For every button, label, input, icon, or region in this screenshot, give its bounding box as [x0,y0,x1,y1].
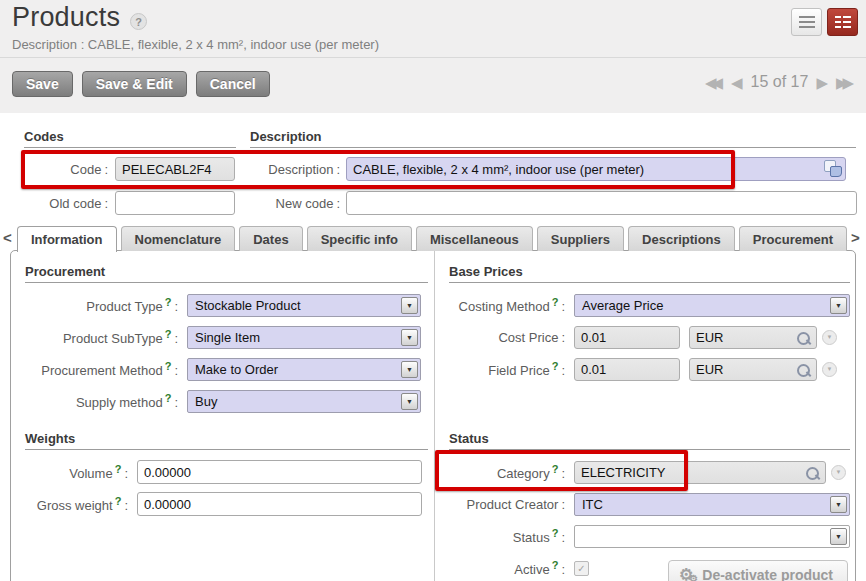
deactivate-product-button[interactable]: De-activate product [668,560,848,581]
status-select[interactable] [574,525,850,548]
cost-price-currency-field[interactable]: EUR [689,326,817,349]
description-field[interactable]: CABLE, flexible, 2 x 4 mm², indoor use (… [346,157,846,181]
active-row: Active?: De-activate product [435,552,856,581]
chevron-down-icon[interactable] [830,528,847,545]
left-column: Procurement Product Type?: Stockable Pro… [10,250,434,581]
record-subtitle: Description : CABLE, flexible, 2 x 4 mm²… [12,37,379,52]
costing-method-row: Costing Method?: Average Price [435,289,856,321]
tab-information[interactable]: Information [17,226,117,252]
code-label: Code: [24,162,108,177]
procurement-method-label: Procurement Method?: [10,360,178,378]
tab-bar: Information Nomenclature Dates Specific … [17,226,847,252]
category-label: Category?: [435,463,565,481]
old-code-label: Old code: [14,196,108,211]
volume-field[interactable]: 0.00000 [137,460,422,484]
chevron-down-icon[interactable] [401,297,418,314]
first-record-icon[interactable] [705,75,723,90]
list-view-button[interactable] [791,8,822,36]
translate-icon[interactable] [824,160,842,177]
save-edit-button[interactable]: Save & Edit [82,71,187,97]
product-subtype-label: Product SubType?: [10,328,178,346]
chevron-down-icon[interactable] [830,496,847,513]
weights-section-header: Weights [25,431,428,450]
action-buttons: Save Save & Edit Cancel [12,71,270,97]
tab-scroll-left-icon[interactable]: < [3,229,12,246]
procurement-section-header: Procurement [25,264,428,283]
tab-nomenclature[interactable]: Nomenclature [121,226,236,251]
description-label: Description: [240,162,340,177]
field-price-currency-field[interactable]: EUR [689,358,817,381]
tab-descriptions[interactable]: Descriptions [628,226,735,251]
pager-count: 15 of 17 [751,73,809,91]
chevron-down-icon[interactable] [830,297,847,314]
right-column: Base Prices Costing Method?: Average Pri… [434,250,856,581]
supply-method-row: Supply method?: Buy [10,385,434,417]
description-section-header: Description [250,129,856,148]
supply-method-select[interactable]: Buy [187,390,421,413]
tab-specific-info[interactable]: Specific info [307,226,412,251]
cancel-button[interactable]: Cancel [196,71,270,97]
product-creator-label: Product Creator: [435,497,565,512]
search-icon[interactable] [806,467,819,480]
field-price-label: Field Price?: [435,360,565,378]
code-field[interactable]: PELECABL2F4 [115,157,235,181]
product-type-select[interactable]: Stockable Product [187,294,421,317]
field-price-field[interactable]: 0.01 [574,358,680,381]
gross-weight-label: Gross weight?: [10,495,128,513]
tab-suppliers[interactable]: Suppliers [537,226,624,251]
record-pager: 15 of 17 [705,73,854,91]
field-price-row: Field Price?: 0.01 EUR [435,353,856,385]
product-type-row: Product Type?: Stockable Product [10,289,434,321]
base-prices-section-header: Base Prices [449,264,850,283]
chevron-down-icon[interactable] [401,361,418,378]
next-record-icon[interactable] [816,75,828,90]
last-record-icon[interactable] [836,75,854,90]
title-help-icon[interactable]: ? [130,13,147,30]
tab-miscellaneous[interactable]: Miscellaneous [416,226,533,251]
product-creator-row: Product Creator: ITC [435,488,856,520]
category-row: Category?: ELECTRICITY [435,456,856,488]
form-view-icon [835,16,851,29]
header-divider [0,57,866,58]
currency-dropdown-icon[interactable] [822,362,837,377]
procurement-method-select[interactable]: Make to Order [187,358,421,381]
status-row: Status?: [435,520,856,552]
tab-dates[interactable]: Dates [239,226,302,251]
volume-row: Volume?: 0.00000 [10,456,434,488]
old-code-field[interactable] [115,191,235,215]
list-view-icon [799,16,815,29]
gross-weight-field[interactable]: 0.00000 [137,492,422,516]
search-icon[interactable] [797,332,810,345]
tab-scroll-right-icon[interactable]: > [851,229,860,246]
currency-dropdown-icon[interactable] [822,330,837,345]
category-field[interactable]: ELECTRICITY [574,461,826,484]
save-button[interactable]: Save [12,71,73,97]
costing-method-select[interactable]: Average Price [574,294,850,317]
cost-price-row: Cost Price: 0.01 EUR [435,321,856,353]
cost-price-field[interactable]: 0.01 [574,326,680,349]
active-checkbox[interactable] [574,561,589,576]
chevron-down-icon[interactable] [401,329,418,346]
codes-section-header: Codes [24,129,236,148]
product-subtype-select[interactable]: Single Item [187,326,421,349]
chevron-down-icon[interactable] [401,393,418,410]
supply-method-label: Supply method?: [10,392,178,410]
procurement-method-row: Procurement Method?: Make to Order [10,353,434,385]
tab-procurement[interactable]: Procurement [739,226,847,251]
header-bar: Products ? Description : CABLE, flexible… [0,0,866,113]
new-code-field[interactable] [346,191,857,215]
product-creator-select[interactable]: ITC [574,493,850,516]
category-dropdown-icon[interactable] [831,465,846,480]
costing-method-label: Costing Method?: [435,296,565,314]
search-icon[interactable] [797,364,810,377]
product-type-label: Product Type?: [10,296,178,314]
status-label: Status?: [435,527,565,545]
gears-icon [679,567,698,581]
view-switcher [791,8,858,36]
form-view-button[interactable] [827,8,858,36]
cost-price-label: Cost Price: [435,330,565,345]
gross-weight-row: Gross weight?: 0.00000 [10,488,434,520]
previous-record-icon[interactable] [731,75,743,90]
new-code-label: New code: [240,196,340,211]
volume-label: Volume?: [10,463,128,481]
